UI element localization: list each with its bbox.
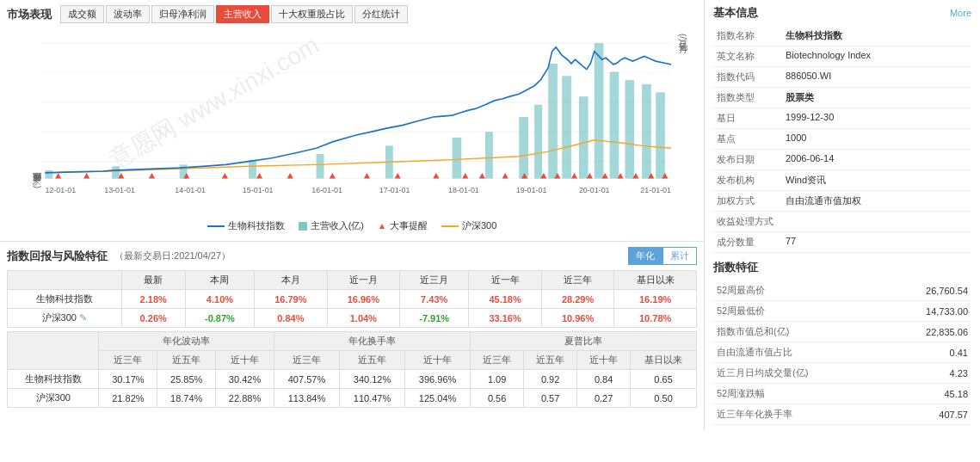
svg-rect-32	[642, 84, 651, 179]
svg-text:15-01-01: 15-01-01	[243, 186, 274, 194]
tab-chengjiaoe[interactable]: 成交额	[60, 5, 104, 23]
col-3m: 近三月	[400, 271, 469, 290]
table-row: 沪深300 21.82% 18.74% 22.88% 113.84% 110.4…	[8, 389, 697, 408]
char-row: 近三月日均成交量(亿) 4.23	[713, 363, 971, 384]
svg-rect-29	[595, 43, 604, 179]
risk-sub-10y1: 近十年	[216, 351, 274, 370]
risk-biotech-turn-10y: 396.96%	[405, 370, 471, 389]
col-name	[8, 271, 122, 290]
svg-text:20-01-01: 20-01-01	[579, 186, 610, 194]
basic-info-title: 基本信息	[713, 5, 758, 21]
tab-fenhong[interactable]: 分红统计	[354, 5, 408, 23]
svg-marker-41	[287, 173, 293, 179]
info-row: 基日 1999-12-30	[713, 108, 971, 129]
svg-marker-44	[395, 173, 401, 179]
info-row: 基点 1000	[713, 129, 971, 150]
col-3y: 近三年	[541, 271, 613, 290]
svg-rect-19	[249, 160, 256, 179]
svg-marker-40	[256, 173, 262, 179]
more-link[interactable]: More	[950, 8, 971, 18]
info-row: 英文名称 Biotechnology Index	[713, 46, 971, 67]
col-1y: 近一年	[469, 271, 541, 290]
svg-marker-35	[83, 173, 89, 179]
svg-marker-34	[55, 173, 61, 179]
risk-hs300-vol-10y: 22.88%	[216, 389, 274, 408]
tab-guimu[interactable]: 归母净利润	[151, 5, 214, 23]
svg-marker-45	[433, 173, 439, 179]
tab-top10[interactable]: 十大权重股占比	[271, 5, 353, 23]
col-week: 本周	[185, 271, 254, 290]
cell-biotech-since: 16.19%	[614, 290, 697, 309]
toggle-annualized[interactable]: 年化	[628, 247, 663, 265]
legend-alert: ▲ 大事提醒	[378, 219, 428, 232]
col-since: 基日以来	[614, 271, 697, 290]
chart-legend: 生物科技指数 主营收入(亿) ▲ 大事提醒 沪深300	[7, 216, 697, 236]
info-row: 指数类型 股票类	[713, 88, 971, 108]
toggle-cumulative[interactable]: 累计	[663, 247, 697, 265]
cell-hs300-week: -0.87%	[185, 309, 254, 328]
svg-rect-30	[610, 72, 619, 179]
col-month: 本月	[255, 271, 327, 290]
svg-marker-42	[330, 173, 336, 179]
col-latest: 最新	[121, 271, 185, 290]
svg-rect-24	[519, 117, 528, 179]
col-1m: 近一月	[327, 271, 399, 290]
svg-marker-39	[222, 173, 228, 179]
risk-col-name	[8, 332, 99, 370]
cell-biotech-month: 16.79%	[255, 290, 327, 309]
risk-biotech-sharpe-since: 0.65	[631, 370, 697, 389]
svg-text:17-01-01: 17-01-01	[379, 186, 410, 194]
char-row: 52周涨跌幅 45.18	[713, 384, 971, 404]
risk-sub-10y3: 近十年	[577, 351, 631, 370]
risk-table: 年化波动率 年化换手率 夏普比率 近三年 近五年 近十年 近三年 近五年 近十年…	[7, 331, 697, 408]
risk-sub-5y1: 近五年	[157, 351, 216, 370]
tab-bodonglu[interactable]: 波动率	[106, 5, 150, 23]
risk-hs300-turn-3y: 113.84%	[274, 389, 339, 408]
risk-hs300-sharpe-10y: 0.27	[577, 389, 631, 408]
risk-sub-3y3: 近三年	[471, 351, 524, 370]
svg-text:16-01-01: 16-01-01	[311, 186, 342, 194]
svg-text:13-01-01: 13-01-01	[104, 186, 135, 194]
table-row: 沪深300 ✎ 0.26% -0.87% 0.84% 1.04% -7.91% …	[8, 309, 697, 328]
info-row: 收益处理方式	[713, 212, 971, 232]
char-row: 指数市值总和(亿) 22,835.06	[713, 322, 971, 342]
risk-hs300-sharpe-since: 0.50	[631, 389, 697, 408]
risk-biotech-vol-3y: 30.17%	[99, 370, 157, 389]
cell-biotech-week: 4.10%	[185, 290, 254, 309]
risk-row-biotech-label: 生物科技指数	[8, 370, 99, 389]
edit-icon[interactable]: ✎	[79, 312, 87, 323]
risk-biotech-sharpe-5y: 0.92	[524, 370, 577, 389]
svg-rect-26	[548, 64, 558, 179]
risk-sub-since: 基日以来	[631, 351, 697, 370]
cell-hs300-since: 10.78%	[614, 309, 697, 328]
risk-sub-3y1: 近三年	[99, 351, 157, 370]
tab-bar: 成交额 波动率 归母净利润 主营收入 十大权重股占比 分红统计	[60, 5, 408, 23]
y-axis-right-label: 亿(亿元/月)	[676, 34, 688, 188]
info-row: 加权方式 自由流通市值加权	[713, 191, 971, 212]
table-row: 生物科技指数 2.18% 4.10% 16.79% 16.96% 7.43% 4…	[8, 290, 697, 309]
risk-sub-5y2: 近五年	[339, 351, 404, 370]
cell-biotech-1m: 16.96%	[327, 290, 399, 309]
tab-zhuyingtouzi[interactable]: 主营收入	[216, 5, 269, 23]
cell-hs300-3m: -7.91%	[400, 309, 469, 328]
cell-biotech-3y: 28.29%	[541, 290, 613, 309]
return-title: 指数回报与风险特征	[7, 249, 108, 264]
svg-marker-47	[479, 173, 485, 179]
char-row: 52周最高价 26,760.54	[713, 280, 971, 301]
risk-sub-3y2: 近三年	[274, 351, 339, 370]
info-row: 成分数量 77	[713, 232, 971, 253]
risk-vol-header: 年化波动率	[99, 332, 274, 351]
svg-marker-48	[502, 173, 508, 179]
cell-hs300-3y: 10.96%	[541, 309, 613, 328]
cell-hs300-1m: 1.04%	[327, 309, 399, 328]
risk-sharpe-header: 夏普比率	[471, 332, 697, 351]
info-row: 指数代码 886050.WI	[713, 67, 971, 88]
table-row: 生物科技指数 30.17% 25.85% 30.42% 407.57% 340.…	[8, 370, 697, 389]
risk-hs300-sharpe-3y: 0.56	[471, 389, 524, 408]
svg-marker-52	[571, 173, 577, 179]
svg-text:12-01-01: 12-01-01	[45, 186, 76, 194]
return-table: 最新 本周 本月 近一月 近三月 近一年 近三年 基日以来 生物科技指数 2.1…	[7, 270, 697, 328]
svg-rect-22	[453, 138, 462, 179]
info-row: 发布日期 2006-06-14	[713, 150, 971, 170]
row-biotech-label: 生物科技指数	[8, 290, 122, 309]
